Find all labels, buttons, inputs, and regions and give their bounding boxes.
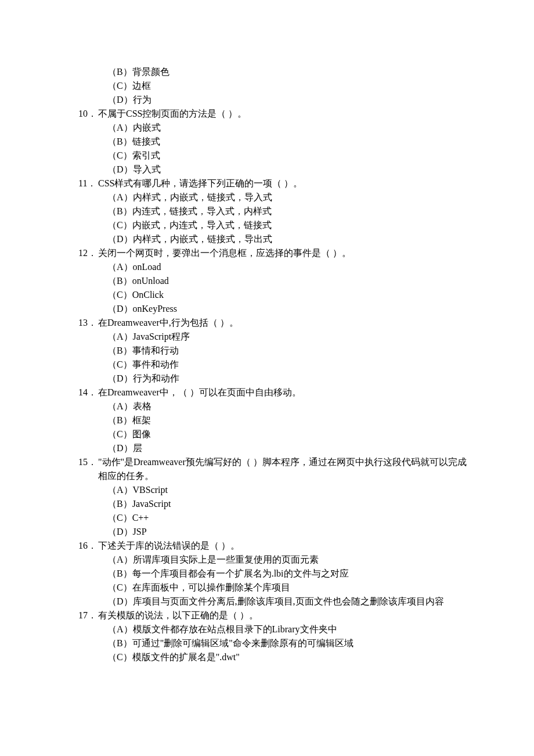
question-text: "动作"是Dreamweaver预先编写好的（ ）脚本程序，通过在网页中执行这段… [98, 455, 467, 483]
option-row: （C）内嵌式，内连式，导入式，链接式 [67, 218, 467, 232]
option-row: （A）内嵌式 [67, 121, 467, 135]
option-text: 行为 [133, 95, 151, 105]
option-label: （D） [107, 95, 133, 105]
option-text: 框架 [132, 415, 151, 425]
option-label: （D） [107, 527, 133, 537]
document-page: （B）背景颜色 （C）边框 （D）行为 10． 不属于CSS控制页面的方法是（ … [0, 0, 534, 756]
option-label: （B） [107, 415, 132, 425]
option-text: JavaScript程序 [133, 332, 190, 341]
option-row: （D）行为和动作 [67, 372, 467, 386]
option-text: 模版文件的扩展名是".dwt" [132, 652, 240, 662]
option-row: （B）可通过"删除可编辑区域"命令来删除原有的可编辑区域 [67, 636, 467, 650]
option-row: （D）JSP [67, 525, 467, 539]
option-row: （B）框架 [67, 413, 467, 427]
option-text: 背景颜色 [132, 67, 169, 77]
option-text: onUnload [132, 276, 169, 286]
option-label: （B） [107, 276, 132, 286]
option-label: （A） [107, 401, 133, 411]
option-text: 内嵌式，内连式，导入式，链接式 [132, 220, 272, 230]
option-text: 链接式 [132, 136, 160, 146]
option-row: （A）表格 [67, 399, 467, 413]
option-row: （C）C++ [67, 511, 467, 525]
option-row: （D）内样式，内嵌式，链接式，导出式 [67, 232, 467, 246]
option-label: （A） [107, 262, 133, 272]
option-label: （B） [107, 568, 132, 578]
option-label: （B） [107, 345, 132, 355]
question-text: 在Dreamweaver中，（ ）可以在页面中自由移动。 [98, 386, 467, 399]
option-row: （B）背景颜色 [67, 65, 467, 79]
option-row: （D）层 [67, 441, 467, 455]
question-text: 下述关于库的说法错误的是（ ）。 [98, 539, 467, 553]
option-label: （B） [107, 67, 132, 77]
option-row: （A）所谓库项目实际上是一些重复使用的页面元素 [67, 553, 467, 567]
option-label: （A） [107, 624, 133, 634]
option-row: （C）OnClick [67, 288, 467, 302]
option-row: （A）onLoad [67, 260, 467, 274]
option-text: 事件和动作 [132, 359, 179, 369]
question-number: 12． [78, 246, 98, 260]
pre-options-block: （B）背景颜色 （C）边框 （D）行为 [67, 65, 467, 107]
question-10: 10． 不属于CSS控制页面的方法是（ ）。 [67, 107, 467, 121]
question-number: 13． [78, 316, 98, 330]
option-text: 所谓库项目实际上是一些重复使用的页面元素 [133, 555, 319, 564]
option-row: （D）行为 [67, 93, 467, 107]
question-14: 14． 在Dreamweaver中，（ ）可以在页面中自由移动。 [67, 386, 467, 399]
option-text: 索引式 [132, 150, 160, 160]
question-11: 11． CSS样式有哪几种，请选择下列正确的一项（ ）。 [67, 177, 467, 190]
option-label: （B） [107, 499, 132, 509]
option-text: 每一个库项目都会有一个扩展名为.lbi的文件与之对应 [132, 568, 349, 578]
option-label: （C） [107, 359, 132, 369]
question-text: 不属于CSS控制页面的方法是（ ）。 [98, 107, 467, 121]
question-text: 关闭一个网页时，要弹出一个消息框，应选择的事件是（ ）。 [98, 246, 467, 260]
option-label: （C） [107, 220, 132, 230]
option-label: （B） [107, 638, 132, 648]
option-row: （B）链接式 [67, 135, 467, 149]
option-text: 模版文件都存放在站点根目录下的Library文件夹中 [133, 624, 337, 634]
option-label: （A） [107, 485, 133, 495]
option-text: 内嵌式 [133, 123, 161, 132]
option-row: （C）索引式 [67, 149, 467, 163]
option-text: 事情和行动 [132, 345, 179, 355]
option-text: 层 [133, 443, 142, 453]
option-text: 表格 [133, 401, 151, 411]
option-row: （D）onKeyPress [67, 302, 467, 316]
question-17: 17． 有关模版的说法，以下正确的是（ ）。 [67, 609, 467, 622]
option-label: （B） [107, 136, 132, 146]
option-text: 内样式，内嵌式，链接式，导入式 [133, 192, 272, 202]
option-text: 边框 [132, 81, 151, 91]
option-row: （C）边框 [67, 79, 467, 93]
option-label: （D） [107, 443, 133, 453]
option-row: （B）事情和行动 [67, 344, 467, 358]
option-row: （A）模版文件都存放在站点根目录下的Library文件夹中 [67, 622, 467, 636]
option-text: 可通过"删除可编辑区域"命令来删除原有的可编辑区域 [132, 638, 353, 648]
option-label: （C） [107, 150, 132, 160]
question-number: 17． [78, 609, 98, 622]
option-text: 内样式，内嵌式，链接式，导出式 [133, 234, 272, 244]
option-row: （B）每一个库项目都会有一个扩展名为.lbi的文件与之对应 [67, 567, 467, 581]
option-label: （D） [107, 596, 133, 606]
question-16: 16． 下述关于库的说法错误的是（ ）。 [67, 539, 467, 553]
option-text: JSP [133, 527, 147, 537]
question-number: 10． [78, 107, 98, 121]
option-row: （B）onUnload [67, 274, 467, 288]
option-text: C++ [132, 513, 149, 523]
option-label: （D） [107, 164, 133, 174]
question-text: 有关模版的说法，以下正确的是（ ）。 [98, 609, 467, 622]
option-row: （A）JavaScript程序 [67, 330, 467, 344]
question-15: 15． "动作"是Dreamweaver预先编写好的（ ）脚本程序，通过在网页中… [67, 455, 467, 483]
question-number: 16． [78, 539, 98, 553]
option-text: onKeyPress [133, 304, 177, 314]
question-12: 12． 关闭一个网页时，要弹出一个消息框，应选择的事件是（ ）。 [67, 246, 467, 260]
option-row: （D）导入式 [67, 163, 467, 177]
option-label: （C） [107, 290, 132, 300]
option-label: （D） [107, 234, 133, 244]
question-number: 11． [78, 177, 98, 190]
option-text: onLoad [133, 262, 161, 272]
option-row: （C）在库面板中，可以操作删除某个库项目 [67, 581, 467, 595]
option-row: （A）VBScript [67, 483, 467, 497]
option-label: （C） [107, 513, 132, 523]
option-label: （A） [107, 123, 133, 132]
question-number: 15． [78, 455, 98, 483]
option-row: （C）图像 [67, 427, 467, 441]
option-row: （C）事件和动作 [67, 358, 467, 372]
